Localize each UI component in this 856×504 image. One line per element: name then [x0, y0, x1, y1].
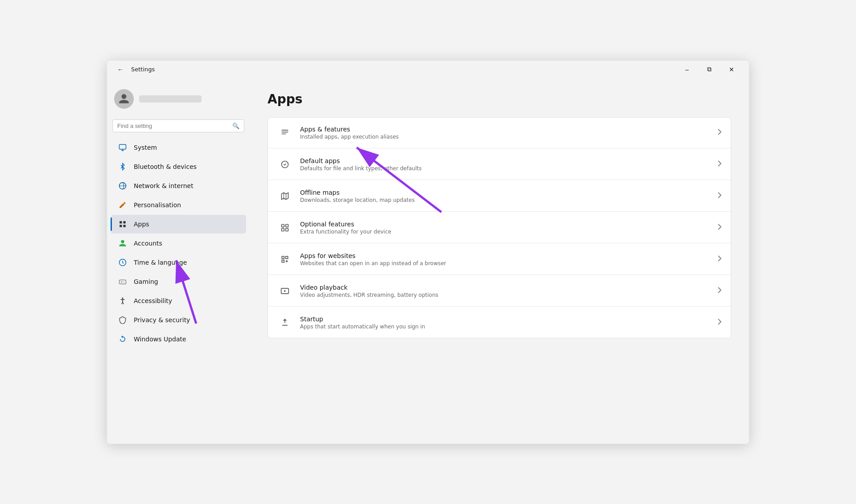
svg-rect-9 [282, 130, 288, 131]
offline-maps-title: Offline maps [300, 189, 712, 196]
apps-features-text: Apps & featuresInstalled apps, app execu… [300, 126, 712, 140]
accounts-icon [118, 238, 128, 248]
back-button[interactable]: ← [114, 63, 127, 76]
settings-item-offline-maps[interactable]: Offline mapsDownloads, storage location,… [268, 181, 731, 212]
system-icon [118, 143, 128, 152]
update-icon [118, 334, 128, 344]
sidebar-item-label-privacy: Privacy & security [134, 316, 190, 324]
sidebar-item-label-network: Network & internet [134, 182, 193, 189]
sidebar-item-system[interactable]: System [111, 138, 246, 157]
sidebar-item-bluetooth[interactable]: Bluetooth & devices [111, 157, 246, 176]
sidebar-item-label-bluetooth: Bluetooth & devices [134, 163, 197, 170]
apps-websites-title: Apps for websites [300, 252, 712, 259]
sidebar-item-label-time: Time & language [134, 259, 187, 266]
sidebar-item-apps[interactable]: Apps [111, 215, 246, 234]
content-area: 🔍 SystemBluetooth & devicesNetwork & int… [107, 78, 749, 444]
startup-text: StartupApps that start automatically whe… [300, 316, 712, 330]
svg-rect-7 [119, 280, 126, 284]
offline-maps-chevron-icon [717, 192, 722, 200]
privacy-icon [118, 315, 128, 325]
sidebar-item-label-system: System [134, 144, 157, 151]
search-icon: 🔍 [232, 123, 239, 129]
sidebar-item-label-apps: Apps [134, 221, 149, 228]
avatar [114, 89, 134, 109]
settings-item-apps-features[interactable]: Apps & featuresInstalled apps, app execu… [268, 118, 731, 148]
sidebar-item-label-accounts: Accounts [134, 240, 162, 247]
minimize-button[interactable]: – [677, 62, 697, 77]
svg-rect-2 [119, 221, 122, 223]
default-apps-icon [277, 156, 293, 172]
apps-features-title: Apps & features [300, 126, 712, 133]
svg-rect-5 [123, 225, 126, 227]
svg-rect-3 [123, 221, 126, 223]
svg-rect-17 [282, 228, 284, 231]
video-playback-text: Video playbackVideo adjustments, HDR str… [300, 284, 712, 298]
video-playback-title: Video playback [300, 284, 712, 291]
settings-item-apps-websites[interactable]: Apps for websitesWebsites that can open … [268, 244, 731, 275]
sidebar-item-update[interactable]: Windows Update [111, 330, 246, 348]
settings-item-default-apps[interactable]: Default appsDefaults for file and link t… [268, 149, 731, 180]
sidebar-item-gaming[interactable]: Gaming [111, 272, 246, 291]
close-button[interactable]: ✕ [721, 62, 742, 77]
accessibility-icon [118, 296, 128, 306]
settings-item-optional-features[interactable]: Optional featuresExtra functionality for… [268, 213, 731, 243]
settings-item-video-playback[interactable]: Video playbackVideo adjustments, HDR str… [268, 276, 731, 307]
time-icon [118, 258, 128, 267]
apps-icon [118, 219, 128, 229]
apps-features-chevron-icon [717, 128, 722, 137]
search-input-wrap[interactable]: 🔍 [112, 119, 244, 132]
gaming-icon [118, 277, 128, 287]
video-playback-icon [277, 283, 293, 299]
startup-desc: Apps that start automatically when you s… [300, 324, 712, 330]
sidebar-item-time[interactable]: Time & language [111, 253, 246, 272]
profile-section [107, 84, 250, 116]
sidebar-item-label-gaming: Gaming [134, 278, 158, 285]
apps-websites-desc: Websites that can open in an app instead… [300, 260, 712, 266]
startup-chevron-icon [717, 318, 722, 327]
search-container: 🔍 [107, 116, 250, 138]
main-content: Apps Apps & featuresInstalled apps, app … [250, 78, 749, 444]
sidebar-item-network[interactable]: Network & internet [111, 176, 246, 195]
title-bar-controls: – ⧉ ✕ [677, 62, 742, 77]
sidebar-item-accessibility[interactable]: Accessibility [111, 291, 246, 310]
apps-features-icon [277, 125, 293, 141]
default-apps-text: Default appsDefaults for file and link t… [300, 157, 712, 172]
svg-point-8 [122, 297, 123, 299]
sidebar-item-privacy[interactable]: Privacy & security [111, 311, 246, 329]
svg-rect-15 [282, 224, 284, 227]
sidebar-nav: SystemBluetooth & devicesNetwork & inter… [107, 138, 250, 349]
offline-maps-desc: Downloads, storage location, map updates [300, 197, 712, 203]
startup-icon [277, 315, 293, 331]
apps-websites-icon [277, 251, 293, 267]
page-title: Apps [268, 92, 731, 107]
search-input[interactable] [117, 123, 229, 129]
network-icon [118, 181, 128, 191]
restore-button[interactable]: ⧉ [699, 62, 720, 77]
settings-list: Apps & featuresInstalled apps, app execu… [268, 117, 731, 338]
optional-features-chevron-icon [717, 223, 722, 232]
sidebar-item-accounts[interactable]: Accounts [111, 234, 246, 253]
default-apps-title: Default apps [300, 157, 712, 164]
sidebar-item-personalisation[interactable]: Personalisation [111, 196, 246, 214]
offline-maps-icon [277, 188, 293, 204]
video-playback-desc: Video adjustments, HDR streaming, batter… [300, 292, 712, 298]
svg-rect-16 [286, 224, 288, 227]
optional-features-text: Optional featuresExtra functionality for… [300, 221, 712, 235]
optional-features-title: Optional features [300, 221, 712, 228]
apps-websites-text: Apps for websitesWebsites that can open … [300, 252, 712, 266]
svg-rect-0 [119, 144, 126, 149]
startup-title: Startup [300, 316, 712, 323]
optional-features-desc: Extra functionality for your device [300, 229, 712, 235]
sidebar-item-label-personalisation: Personalisation [134, 201, 181, 209]
personalisation-icon [118, 200, 128, 210]
settings-item-startup[interactable]: StartupApps that start automatically whe… [268, 307, 731, 338]
default-apps-desc: Defaults for file and link types, other … [300, 165, 712, 172]
sidebar-item-label-accessibility: Accessibility [134, 297, 172, 304]
svg-rect-11 [282, 133, 286, 134]
title-bar: ← Settings – ⧉ ✕ [107, 61, 749, 78]
video-playback-chevron-icon [717, 287, 722, 295]
svg-rect-4 [119, 225, 122, 227]
bluetooth-icon [118, 162, 128, 172]
profile-name [139, 95, 202, 102]
window-title: Settings [131, 66, 155, 73]
